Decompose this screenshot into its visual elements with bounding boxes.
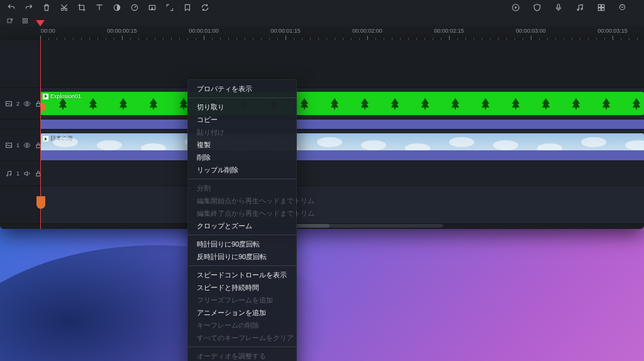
clip-chapter-marker — [40, 103, 45, 111]
thumbnail-tree-icon — [391, 98, 399, 109]
thumbnail-tree-icon — [572, 98, 580, 109]
thumbnail-tree-icon — [89, 98, 97, 109]
thumbnail-cloud — [493, 140, 518, 150]
adjust-icon[interactable] — [111, 2, 123, 13]
svg-rect-20 — [62, 108, 64, 109]
track-index: 2 — [16, 101, 19, 107]
gap-track — [0, 119, 644, 130]
menu-item[interactable]: コピー — [188, 113, 296, 126]
svg-rect-22 — [123, 108, 124, 109]
undo-icon[interactable] — [6, 2, 17, 13]
menu-item: 編集開始点から再生ヘッドまでトリム — [188, 194, 296, 207]
thumbnail-tree-icon — [542, 98, 550, 109]
video-track-2[interactable]: 2 Explosion01 — [0, 88, 644, 119]
trim-handle[interactable] — [36, 196, 45, 209]
menu-item: フリーズフレームを追加 — [188, 294, 296, 306]
menu-item[interactable]: 時計回りに90度回転 — [188, 238, 296, 250]
export-frame-icon[interactable] — [147, 2, 158, 13]
timeline-ruler[interactable]: 00:00:00:0000:00:00:1500:00:01:0000:00:0… — [0, 26, 644, 40]
thumbnail-tree-icon — [452, 98, 459, 109]
svg-rect-35 — [515, 108, 516, 109]
thumbnail-cloud — [317, 137, 342, 147]
image-icon — [5, 142, 13, 149]
markers-icon[interactable] — [182, 2, 193, 13]
svg-rect-37 — [575, 108, 577, 109]
svg-rect-16 — [25, 20, 26, 22]
thumbnail-tree-icon — [150, 98, 157, 109]
menu-item[interactable]: リップル削除 — [188, 164, 296, 176]
fit-icon[interactable] — [164, 2, 175, 13]
menu-item: 貼り付け — [188, 126, 296, 138]
menu-separator — [188, 347, 296, 347]
ruler-label: 00:00:03:00 — [516, 28, 546, 34]
snap-icon[interactable] — [20, 16, 30, 26]
menu-item[interactable]: クロップとズーム — [188, 219, 296, 232]
svg-rect-36 — [545, 108, 547, 109]
speed-icon[interactable] — [129, 2, 140, 13]
grid-icon[interactable] — [596, 2, 607, 13]
sync-icon[interactable] — [199, 2, 211, 13]
ruler-label: 00:00:02:00 — [352, 28, 382, 34]
delete-icon[interactable] — [41, 2, 52, 13]
thumbnail-tree-icon — [119, 98, 127, 109]
menu-item[interactable]: スピードと持続時間 — [188, 281, 296, 294]
svg-rect-10 — [602, 4, 604, 7]
menu-item: すべてのキーフレームをクリア — [188, 331, 296, 344]
audio-icon[interactable] — [574, 2, 586, 13]
svg-point-7 — [577, 9, 579, 10]
menu-item[interactable]: スピードコントロールを表示 — [188, 269, 296, 281]
timeline-tracks: 2 Explosion01 1 — [0, 40, 644, 229]
track-header-audio-1[interactable]: 1 — [0, 161, 40, 186]
menu-item[interactable]: 複製 — [188, 138, 296, 151]
filler-track — [0, 186, 644, 224]
cut-icon[interactable] — [58, 2, 70, 13]
mic-icon[interactable] — [553, 2, 564, 13]
thumbnail-tree-icon — [602, 98, 610, 109]
menu-separator — [188, 265, 296, 266]
video-track-1[interactable]: 1 日本の海 — [0, 130, 644, 161]
add-track-icon[interactable] — [5, 16, 15, 26]
svg-rect-15 — [23, 19, 28, 23]
thumbnail-cloud — [625, 140, 644, 150]
eye-icon[interactable] — [23, 142, 31, 149]
svg-rect-6 — [557, 4, 560, 8]
audio-track-1[interactable]: 1 — [0, 161, 644, 186]
thumbnail-tree-icon — [59, 98, 67, 109]
menu-separator — [188, 97, 296, 98]
play-settings-icon[interactable] — [510, 2, 521, 13]
menu-item[interactable]: 反時計回りに90度回転 — [188, 250, 296, 263]
svg-rect-11 — [598, 8, 601, 11]
volume-icon[interactable] — [23, 170, 31, 177]
playhead-marker[interactable] — [36, 18, 45, 24]
text-icon[interactable] — [94, 2, 105, 13]
eye-icon[interactable] — [23, 100, 31, 108]
thumbnail-tree-icon — [421, 98, 429, 109]
track-header-video-1[interactable]: 1 — [0, 130, 40, 160]
ruler-label: 00:00:00:15 — [107, 28, 137, 34]
shield-icon[interactable] — [531, 2, 543, 13]
thumbnail-tree-icon — [180, 98, 187, 109]
ruler-label: 00:00:01:15 — [270, 28, 301, 34]
svg-rect-33 — [455, 108, 456, 109]
svg-rect-31 — [394, 108, 396, 109]
clip-explosion[interactable]: Explosion01 — [40, 92, 644, 115]
note-icon — [5, 170, 13, 177]
thumbnail-tree-icon — [361, 98, 369, 109]
redo-icon[interactable] — [23, 2, 35, 13]
track-index: 1 — [16, 170, 19, 177]
clip-audio-link — [40, 150, 644, 160]
menu-item[interactable]: 切り取り — [188, 101, 296, 113]
play-icon — [43, 94, 48, 99]
svg-point-8 — [581, 8, 582, 9]
zoom-out-icon[interactable] — [617, 2, 628, 13]
svg-rect-28 — [304, 108, 305, 109]
svg-rect-21 — [92, 108, 94, 109]
ruler-label: 00:00:01:00 — [189, 28, 219, 34]
menu-item[interactable]: プロパティを表示 — [188, 82, 296, 95]
crop-icon[interactable] — [76, 2, 87, 13]
menu-item[interactable]: アニメーションを追加 — [188, 306, 296, 319]
track-header-video-2[interactable]: 2 — [0, 88, 40, 119]
svg-rect-38 — [606, 108, 607, 109]
spacer-track — [0, 40, 644, 88]
menu-item[interactable]: 削除 — [188, 151, 296, 164]
